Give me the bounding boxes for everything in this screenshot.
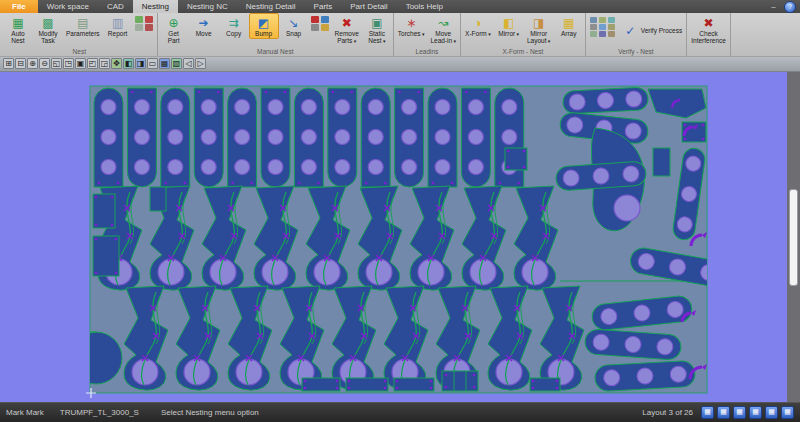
next-view-icon[interactable]: ▷ (195, 58, 206, 69)
zoom-previous-icon[interactable]: ⊖ (39, 58, 50, 69)
layout-nav-icon[interactable]: ▦ (701, 406, 714, 419)
report-button[interactable]: ▥Report (103, 13, 133, 39)
status-user: Mark Mark (6, 408, 44, 417)
modify-task-icon: ▩ (40, 15, 57, 31)
tab-part-detail[interactable]: Part Detail (341, 0, 396, 13)
button-label: Remove Parts (335, 31, 359, 45)
ribbon-group-manual-nest: ⊕Get Part➔Move⇉Copy◩Bump↘Snap✖Remove Par… (158, 13, 394, 56)
application-window: FileWork spaceCADNestingNesting NCNestin… (0, 0, 800, 422)
group-label: X-Form - Nest (462, 48, 584, 56)
mirror-button[interactable]: ◧Mirror (494, 13, 524, 39)
move-button[interactable]: ➔Move (189, 13, 219, 39)
group-label: Manual Nest (159, 48, 392, 56)
manual-nest-toggles[interactable] (311, 16, 330, 31)
tab-nesting-detail[interactable]: Nesting Detail (237, 0, 305, 13)
remove-parts-icon: ✖ (338, 15, 355, 31)
right-frame (787, 72, 800, 402)
layout-nav-icon[interactable]: ▦ (781, 406, 794, 419)
array-button[interactable]: ▦Array (554, 13, 584, 39)
zoom-out-icon[interactable]: ⊟ (15, 58, 26, 69)
tab-parts[interactable]: Parts (305, 0, 342, 13)
status-message: Select Nesting menu option (161, 408, 259, 417)
bump-icon: ◩ (255, 15, 272, 31)
button-label: Auto Nest (11, 31, 24, 45)
group-label: Nest (3, 48, 156, 56)
prev-view-icon[interactable]: ◁ (183, 58, 194, 69)
snap-button[interactable]: ↘Snap (279, 13, 309, 39)
button-label: Verify Process (641, 28, 683, 35)
auto-nest-button[interactable]: ▦Auto Nest (3, 13, 33, 46)
layout-nav-icon[interactable]: ▦ (733, 406, 746, 419)
auto-nest-icon: ▦ (10, 15, 27, 31)
vertical-scrollbar-thumb[interactable] (789, 189, 798, 286)
pan-icon[interactable]: ✥ (111, 58, 122, 69)
status-bar: Mark Mark TRUMPF_TL_3000_S Select Nestin… (0, 402, 800, 422)
group-label (688, 48, 729, 56)
zoom-extents-icon[interactable]: ◱ (51, 58, 62, 69)
status-machine: TRUMPF_TL_3000_S (60, 408, 139, 417)
ribbon-group-leadins: ∗Torches↝Move Lead-inLeadins (394, 13, 461, 56)
ribbon-group-verify-nest: ✓Verify ProcessVerify - Nest (586, 13, 688, 56)
nest-drawing[interactable] (0, 72, 800, 404)
layout-nav-icon[interactable]: ▦ (749, 406, 762, 419)
nest-canvas[interactable] (0, 72, 800, 402)
layout-nav-icon[interactable]: ▦ (717, 406, 730, 419)
tab-tools-help[interactable]: Tools Help (397, 0, 452, 13)
bump-button[interactable]: ◩Bump (249, 13, 279, 39)
modify-task-button[interactable]: ▩Modify Task (33, 13, 63, 46)
verify-mini-grid[interactable] (590, 17, 616, 37)
zoom-sheet-icon[interactable]: ◳ (63, 58, 74, 69)
measure-icon[interactable]: ▭ (147, 58, 158, 69)
static-nest-button[interactable]: ▣Static Nest (362, 13, 392, 46)
view-toolbar: ⊞⊟⊕⊖◱◳▣◰◲✥◧◨▭▦▧◁▷ (0, 57, 800, 72)
layout-nav-icon[interactable]: ▦ (765, 406, 778, 419)
view-corner-icon[interactable]: ◰ (87, 58, 98, 69)
help-icon[interactable]: ? (784, 1, 796, 13)
mirror-icon: ◧ (500, 15, 517, 31)
window-buttons: – ? (768, 1, 796, 12)
remove-parts-button[interactable]: ✖Remove Parts (332, 13, 362, 46)
zoom-in-icon[interactable]: ⊕ (27, 58, 38, 69)
zoom-window-icon[interactable]: ⊞ (3, 58, 14, 69)
verify-process-icon: ✓ (622, 23, 639, 39)
torches-button[interactable]: ∗Torches (395, 13, 428, 39)
tab-cad[interactable]: CAD (98, 0, 133, 13)
tab-nesting-nc[interactable]: Nesting NC (178, 0, 237, 13)
copy-button[interactable]: ⇉Copy (219, 13, 249, 39)
nest-option-toggles[interactable] (135, 16, 154, 31)
parameters-icon: ▤ (74, 15, 91, 31)
button-label: Torches (398, 31, 425, 38)
snap-icon: ↘ (285, 15, 302, 31)
button-label: X-Form (465, 31, 491, 38)
button-label: Report (108, 31, 128, 38)
tab-work-space[interactable]: Work space (38, 0, 98, 13)
report-icon: ▥ (109, 15, 126, 31)
button-label: Snap (286, 31, 301, 38)
verify-process-button[interactable]: ✓Verify Process (619, 21, 686, 40)
mirror-layout-icon: ◨ (530, 15, 547, 31)
get-part-button[interactable]: ⊕Get Part (159, 13, 189, 46)
button-label: Parameters (66, 31, 100, 38)
mirror-layout-button[interactable]: ◨Mirror Layout (524, 13, 554, 46)
redraw-icon[interactable]: ◨ (135, 58, 146, 69)
x-form-button[interactable]: ◑X-Form (462, 13, 494, 39)
move-lead-in-icon: ↝ (435, 15, 452, 31)
ribbon-tab-bar: FileWork spaceCADNestingNesting NCNestin… (0, 0, 800, 13)
minimize-ribbon-icon[interactable]: – (768, 2, 779, 11)
parameters-button[interactable]: ▤Parameters (63, 13, 103, 39)
group-label: Verify - Nest (587, 48, 686, 56)
layout-indicator: Layout 3 of 26 (642, 408, 693, 417)
show-parts-icon[interactable]: ▧ (171, 58, 182, 69)
check-interference-button[interactable]: ✖Check Interference (688, 13, 729, 46)
button-label: Array (561, 31, 577, 38)
ribbon: ▦Auto Nest▩Modify Task▤Parameters▥Report… (0, 13, 800, 57)
button-label: Check Interference (691, 31, 726, 45)
tab-nesting[interactable]: Nesting (133, 0, 178, 13)
layout-nav-icons: ▦▦▦▦▦▦ (701, 406, 794, 419)
show-sheet-icon[interactable]: ▦ (159, 58, 170, 69)
zoom-selected-icon[interactable]: ▣ (75, 58, 86, 69)
view-corner2-icon[interactable]: ◲ (99, 58, 110, 69)
tab-file[interactable]: File (0, 0, 38, 13)
move-lead-in-button[interactable]: ↝Move Lead-in (428, 13, 460, 46)
refresh-view-icon[interactable]: ◧ (123, 58, 134, 69)
